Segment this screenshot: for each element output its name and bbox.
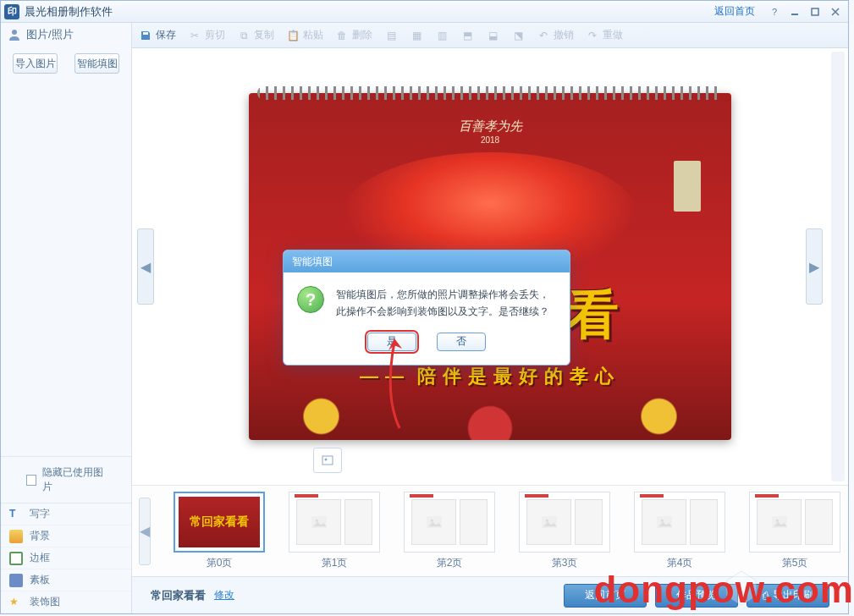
person-icon: [8, 28, 21, 41]
title-bar: 印 晨光相册制作软件 返回首页 ?: [1, 1, 848, 23]
dialog-no-button[interactable]: 否: [437, 333, 486, 351]
app-icon: 印: [4, 4, 19, 19]
thumbnail-page-4[interactable]: 第4页: [633, 492, 726, 570]
undo-button: ↶撤销: [537, 28, 574, 42]
tool-background[interactable]: 背景: [1, 525, 131, 547]
canvas-prev-button[interactable]: ◀: [137, 228, 154, 305]
thumb-prev-button[interactable]: ◀: [139, 498, 151, 565]
toolbar: 保存 ✂剪切 ⧉复制 📋粘贴 🗑删除 ▤ ▦ ▥ ⬒ ⬓ ⬔ ↶撤销 ↷重做: [132, 23, 848, 48]
hide-used-label: 隐藏已使用图片: [42, 465, 106, 494]
align-middle-icon: ⬓: [486, 29, 499, 42]
sidebar-photos-head: 图片/照片: [1, 23, 131, 47]
svg-rect-2: [812, 8, 818, 15]
align-middle-button: ⬓: [486, 29, 499, 42]
svg-rect-4: [143, 32, 148, 35]
trash-icon: 🗑: [335, 29, 349, 42]
svg-text:?: ?: [772, 7, 777, 17]
redo-button: ↷重做: [586, 28, 623, 42]
svg-rect-5: [322, 456, 333, 465]
border-icon: [9, 552, 23, 565]
sidebar-photos-label: 图片/照片: [26, 27, 74, 42]
thumbnail-page-5[interactable]: 第5页: [748, 492, 841, 570]
hide-used-row[interactable]: 隐藏已使用图片: [1, 456, 131, 503]
smart-fill-button[interactable]: 智能填图: [74, 53, 119, 74]
svg-point-8: [315, 520, 318, 523]
help-button[interactable]: ?: [765, 4, 784, 19]
align-right-icon: ▥: [435, 29, 449, 42]
scissors-icon: ✂: [188, 29, 201, 42]
watermark-text: dongpow.com: [593, 569, 854, 611]
thumbnail-page-3[interactable]: 第3页: [518, 492, 611, 570]
question-icon: ?: [297, 286, 324, 313]
paste-icon: 📋: [286, 29, 300, 42]
align-left-button: ▤: [384, 29, 398, 42]
hide-used-checkbox[interactable]: [26, 475, 36, 486]
align-bottom-icon: ⬔: [511, 29, 525, 42]
thumbnail-page-0[interactable]: 常回家看看 第0页: [173, 492, 266, 570]
calendar-year: 2018: [249, 135, 731, 145]
project-name: 常回家看看: [151, 588, 206, 603]
calendar-top-script: 百善孝为先: [249, 118, 731, 135]
close-button[interactable]: [826, 4, 845, 19]
app-title: 晨光相册制作软件: [25, 4, 113, 19]
titlebar-home-link[interactable]: 返回首页: [714, 4, 755, 19]
background-icon: [9, 530, 23, 543]
import-photos-button[interactable]: 导入图片: [13, 53, 58, 74]
text-icon: T: [9, 508, 23, 521]
calendar-badge: [674, 161, 701, 212]
minimize-button[interactable]: [785, 4, 804, 19]
thumb-cover-text: 常回家看看: [179, 497, 260, 547]
align-top-button: ⬒: [460, 29, 474, 42]
svg-point-14: [660, 520, 664, 523]
vertical-scrollbar[interactable]: [831, 52, 845, 481]
svg-point-6: [325, 459, 328, 461]
svg-point-3: [12, 30, 17, 35]
tool-border[interactable]: 边框: [1, 547, 131, 569]
cut-button: ✂剪切: [188, 28, 225, 42]
star-icon: ★: [9, 596, 23, 609]
thumbnail-strip: ◀ 常回家看看 第0页 第1页 第2页 第3页: [132, 485, 848, 576]
copy-icon: ⧉: [237, 29, 251, 42]
canvas-next-button[interactable]: ▶: [806, 228, 823, 305]
save-icon: [139, 29, 152, 42]
modify-link[interactable]: 修改: [214, 588, 234, 602]
thumbnail-page-1[interactable]: 第1页: [288, 492, 381, 570]
thumbnail-page-2[interactable]: 第2页: [403, 492, 496, 570]
align-left-icon: ▤: [384, 29, 398, 42]
calendar-flowers: [249, 381, 731, 440]
redo-icon: ↷: [586, 29, 599, 42]
align-center-icon: ▦: [410, 29, 423, 42]
canvas-tool-button[interactable]: [313, 448, 342, 473]
tool-template[interactable]: 素板: [1, 569, 131, 591]
align-right-button: ▥: [435, 29, 449, 42]
dialog-title: 智能填图: [284, 250, 570, 272]
delete-button: 🗑删除: [335, 28, 372, 42]
align-bottom-button: ⬔: [511, 29, 525, 42]
svg-point-10: [430, 520, 433, 523]
sidebar: 图片/照片 导入图片 智能填图 隐藏已使用图片 T写字 背景 边框 素板 ★装饰…: [1, 23, 132, 613]
undo-icon: ↶: [537, 29, 550, 42]
template-icon: [9, 574, 23, 587]
smart-fill-dialog: 智能填图 ? 智能填图后，您所做的照片调整操作将会丢失，此操作不会影响到装饰图以…: [283, 250, 570, 366]
tool-text[interactable]: T写字: [1, 503, 131, 525]
copy-button: ⧉复制: [237, 28, 274, 42]
tool-decoration[interactable]: ★装饰图: [1, 591, 131, 613]
thumb-label: 第0页: [207, 556, 233, 570]
dialog-message: 智能填图后，您所做的照片调整操作将会丢失，此操作不会影响到装饰图以及文字。是否继…: [336, 286, 556, 321]
align-center-button: ▦: [410, 29, 423, 42]
thumb-label: 第3页: [552, 556, 578, 570]
thumb-label: 第2页: [437, 556, 463, 570]
svg-point-16: [775, 520, 779, 523]
svg-rect-1: [791, 14, 798, 15]
svg-point-12: [545, 520, 548, 523]
paste-button: 📋粘贴: [286, 28, 323, 42]
save-button[interactable]: 保存: [139, 28, 176, 42]
dialog-yes-button[interactable]: 是: [367, 333, 416, 351]
maximize-button[interactable]: [806, 4, 824, 19]
thumb-label: 第1页: [322, 556, 348, 570]
spiral-binding: [257, 86, 723, 100]
align-top-icon: ⬒: [460, 29, 474, 42]
